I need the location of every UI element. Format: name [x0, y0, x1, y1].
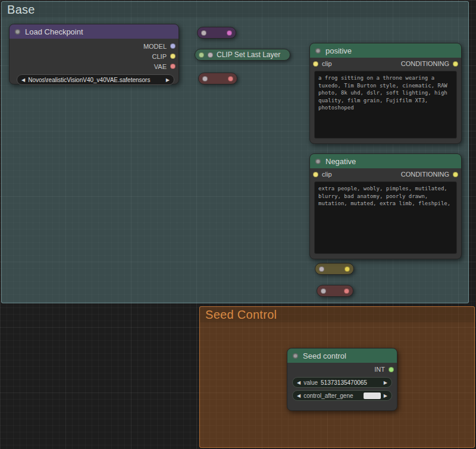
output-slot-dot[interactable]	[227, 30, 232, 36]
clip-input-dot[interactable]	[313, 61, 318, 67]
ckpt-name-combo-widget[interactable]: ◀ Novos\realisticVisionV40_v40VAE.safete…	[17, 74, 174, 85]
group-seed-control-header[interactable]: Seed Control	[200, 307, 474, 322]
output-label-vae: VAE	[154, 63, 167, 70]
clip-input-dot[interactable]	[313, 172, 318, 177]
stepper-left-arrow-icon[interactable]: ◀	[297, 380, 300, 385]
load-checkpoint-body: MODEL CLIP VAE ◀ Novos\realisticVisionV4…	[10, 39, 178, 85]
collapsed-node-clip-set-last-layer[interactable]: CLIP Set Last Layer	[195, 49, 290, 61]
collapsed-node-olive[interactable]	[315, 263, 354, 275]
group-seed-control-title: Seed Control	[205, 308, 277, 322]
output-row-clip: CLIP	[10, 51, 178, 61]
node-positive-prompt[interactable]: positive clip CONDITIONING a frog sittin…	[309, 43, 462, 144]
node-title: CLIP Set Last Layer	[217, 51, 280, 59]
node-title: positive	[325, 46, 352, 55]
conditioning-output-dot[interactable]	[453, 61, 458, 67]
group-base-title: Base	[7, 3, 35, 17]
node-seed-control[interactable]: Seed control INT ◀ value 51373135470065 …	[287, 348, 397, 411]
positive-prompt-textarea[interactable]: a frog sitting on a throne wearing a tux…	[314, 71, 457, 139]
combo-right-arrow-icon[interactable]: ▶	[166, 77, 170, 83]
seed-value-label: value	[303, 379, 318, 386]
model-output-dot[interactable]	[170, 43, 176, 49]
collapse-icon[interactable]	[208, 52, 213, 58]
collapse-icon[interactable]	[321, 288, 326, 294]
negative-slot-row: clip CONDITIONING	[310, 168, 461, 180]
collapsed-node-purple[interactable]	[197, 27, 236, 39]
output-label-model: MODEL	[143, 43, 167, 50]
input-label-clip: clip	[322, 171, 332, 178]
combo-right-arrow-icon[interactable]: ▶	[384, 393, 387, 398]
collapsed-node-red-top[interactable]	[198, 73, 237, 84]
output-row-model: MODEL	[10, 41, 178, 51]
group-base-header[interactable]: Base	[2, 2, 468, 17]
collapse-icon[interactable]	[201, 30, 206, 36]
input-slot-dot[interactable]	[199, 52, 204, 58]
output-row-vae: VAE	[10, 61, 178, 71]
collapse-icon[interactable]	[315, 48, 321, 54]
graph-canvas[interactable]: Base Seed Control Load Checkpoint MODEL …	[0, 0, 476, 449]
input-label-clip: clip	[322, 60, 332, 67]
conditioning-output-dot[interactable]	[453, 172, 458, 177]
control-after-generate-value: fixed	[364, 393, 381, 399]
combo-left-arrow-icon[interactable]: ◀	[21, 77, 25, 83]
load-checkpoint-header[interactable]: Load Checkpoint	[10, 24, 178, 39]
vae-output-dot[interactable]	[170, 64, 176, 69]
node-load-checkpoint[interactable]: Load Checkpoint MODEL CLIP VAE ◀ Novos\r…	[9, 24, 179, 84]
output-label-int: INT	[374, 366, 385, 373]
collapsed-node-red-bottom[interactable]	[317, 285, 353, 297]
seed-control-header[interactable]: Seed control	[287, 348, 397, 363]
collapse-icon[interactable]	[315, 159, 321, 164]
negative-header[interactable]: Negative	[310, 154, 461, 168]
control-after-generate-widget[interactable]: ◀ control_after_gene fixed ▶	[292, 390, 392, 401]
positive-header[interactable]: positive	[310, 43, 461, 58]
output-slot-dot[interactable]	[345, 266, 350, 272]
node-negative-prompt[interactable]: Negative clip CONDITIONING extra people,…	[309, 153, 462, 259]
negative-prompt-textarea[interactable]: extra people, wobly, pimples, mutilated,…	[314, 181, 457, 254]
node-title: Seed control	[303, 351, 346, 360]
output-slot-dot[interactable]	[228, 76, 233, 81]
collapse-icon[interactable]	[293, 353, 298, 359]
output-row-int: INT	[287, 364, 397, 375]
node-title: Load Checkpoint	[25, 27, 83, 36]
output-label-clip: CLIP	[152, 53, 167, 60]
output-label-conditioning: CONDITIONING	[401, 60, 449, 67]
output-slot-dot[interactable]	[344, 288, 349, 294]
collapse-icon[interactable]	[202, 76, 208, 81]
ckpt-name-value: Novos\realisticVisionV40_v40VAE.safetens…	[28, 77, 163, 83]
combo-left-arrow-icon[interactable]: ◀	[297, 393, 300, 398]
seed-value-widget[interactable]: ◀ value 51373135470065 ▶	[292, 377, 392, 388]
output-label-conditioning: CONDITIONING	[401, 171, 449, 178]
clip-output-dot[interactable]	[170, 54, 176, 59]
positive-slot-row: clip CONDITIONING	[310, 58, 461, 70]
collapse-icon[interactable]	[15, 29, 20, 34]
seed-value: 51373135470065	[321, 379, 381, 386]
node-title: Negative	[325, 157, 356, 166]
int-output-dot[interactable]	[389, 367, 394, 372]
control-after-generate-label: control_after_gene	[303, 393, 361, 399]
stepper-right-arrow-icon[interactable]: ▶	[384, 380, 387, 385]
collapse-icon[interactable]	[319, 266, 324, 272]
